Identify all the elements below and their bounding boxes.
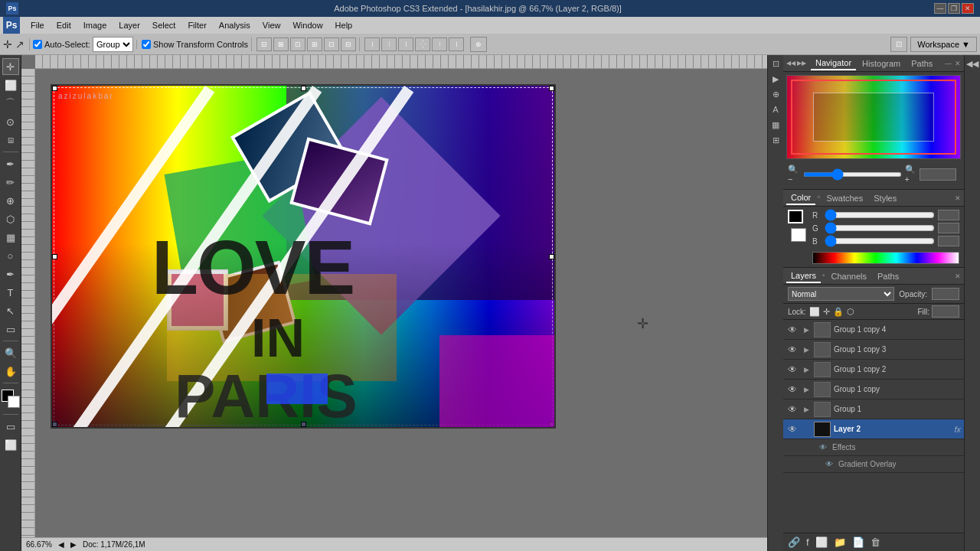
- layers-tab[interactable]: Layers: [786, 269, 821, 283]
- zoom-slider[interactable]: [803, 172, 902, 177]
- maximize-button[interactable]: ❐: [948, 3, 960, 14]
- styles-tab[interactable]: Styles: [869, 192, 901, 204]
- layer-arrow-icon-c[interactable]: ▶: [802, 385, 811, 394]
- add-mask-icon[interactable]: ⬜: [815, 536, 828, 548]
- effect-eye-icon-gradient[interactable]: 👁: [823, 460, 835, 468]
- new-layer-icon[interactable]: 📄: [852, 536, 864, 548]
- layer-vis-icon-g1[interactable]: 👁: [786, 403, 799, 416]
- photoshop-canvas[interactable]: azizulakbar LOVE: [51, 84, 556, 429]
- show-transform-checkbox[interactable]: [142, 40, 151, 49]
- panel-scroll-left[interactable]: ◀◀: [786, 60, 795, 67]
- layer-item-layer2[interactable]: 👁 Layer 2 fx: [783, 419, 964, 439]
- marquee-tool[interactable]: ⬜: [2, 77, 19, 93]
- align-right-btn[interactable]: ⊡: [290, 37, 305, 51]
- layer-arrow-icon-2[interactable]: ▶: [802, 365, 811, 374]
- dist-left-btn[interactable]: ⁞: [364, 37, 380, 51]
- channels-tab[interactable]: Channels: [827, 270, 871, 282]
- change-screen-btn[interactable]: ⬜: [2, 436, 19, 453]
- zoom-out-icon[interactable]: 🔍−: [788, 165, 800, 184]
- histogram-tab[interactable]: Histogram: [858, 57, 905, 70]
- menu-view[interactable]: View: [256, 19, 287, 31]
- effect-item-effects[interactable]: 👁 Effects: [783, 439, 964, 456]
- screen-mode-btn[interactable]: ⊡: [890, 37, 907, 52]
- layer-vis-icon-2[interactable]: 👁: [786, 364, 799, 376]
- color-swatch[interactable]: [2, 390, 20, 408]
- opacity-input[interactable]: 100%: [932, 288, 959, 300]
- panel-tool-3[interactable]: ⊕: [769, 87, 782, 101]
- clone-tool[interactable]: ⊕: [2, 192, 19, 209]
- workspace-button[interactable]: Workspace ▼: [910, 37, 977, 52]
- hand-tool[interactable]: ✋: [2, 363, 19, 380]
- brush-tool[interactable]: ✏: [2, 174, 19, 191]
- layer-vis-icon-c[interactable]: 👁: [786, 383, 799, 396]
- fill-input[interactable]: 100%: [932, 305, 959, 318]
- fg-color-swatch[interactable]: [788, 210, 803, 223]
- align-left-btn[interactable]: ⊟: [256, 37, 272, 51]
- panel-tool-6[interactable]: ⊞: [769, 133, 782, 147]
- panel-tool-5[interactable]: ▦: [769, 118, 782, 132]
- b-slider[interactable]: [825, 238, 935, 244]
- lock-alpha-icon[interactable]: ⬡: [847, 307, 854, 317]
- lasso-tool[interactable]: ⌒: [2, 95, 19, 112]
- g-slider[interactable]: [825, 225, 935, 231]
- screen-mode-icon[interactable]: ▭: [2, 418, 19, 435]
- b-value[interactable]: 0: [938, 236, 959, 246]
- swatches-tab[interactable]: Swatches: [822, 192, 868, 204]
- bg-color-swatch[interactable]: [791, 228, 806, 242]
- layer-item-group1copy3[interactable]: 👁 ▶ Group 1 copy 3: [783, 340, 964, 360]
- color-spectrum[interactable]: [812, 252, 959, 264]
- pen-tool[interactable]: ✒: [2, 266, 19, 282]
- menu-select[interactable]: Select: [146, 19, 182, 31]
- menu-window[interactable]: Window: [286, 19, 328, 31]
- lock-pixels-icon[interactable]: ⬜: [809, 307, 820, 317]
- layers-panel-close[interactable]: ✕: [955, 272, 961, 280]
- panel-tool-1[interactable]: ⊡: [769, 57, 782, 70]
- shape-tool[interactable]: ▭: [2, 321, 19, 337]
- dodge-tool[interactable]: ○: [2, 247, 19, 264]
- layer-item-group1copy[interactable]: 👁 ▶ Group 1 copy: [783, 380, 964, 399]
- path-select-tool[interactable]: ↖: [2, 302, 19, 319]
- layer-vis-icon[interactable]: 👁: [786, 324, 799, 336]
- quick-select-tool[interactable]: ⊙: [2, 113, 19, 130]
- align-bottom-btn[interactable]: ⊟: [341, 37, 356, 51]
- close-button[interactable]: ✕: [962, 3, 974, 14]
- align-top-btn[interactable]: ⊞: [307, 37, 322, 51]
- layer-arrow-icon-3[interactable]: ▶: [802, 345, 811, 354]
- dist-bottom-btn[interactable]: ⁞: [449, 37, 464, 51]
- layer-arrow-icon-g1[interactable]: ▶: [802, 405, 811, 414]
- layer-vis-icon-l2[interactable]: 👁: [786, 423, 799, 435]
- layer-arrow-icon-l2[interactable]: [802, 425, 811, 434]
- delete-layer-icon[interactable]: 🗑: [871, 536, 880, 548]
- layer-arrow-icon[interactable]: ▶: [802, 325, 811, 334]
- navigator-tab[interactable]: Navigator: [811, 57, 856, 70]
- menu-layer[interactable]: Layer: [113, 19, 146, 31]
- menu-file[interactable]: File: [24, 19, 51, 31]
- navigator-panel-minimize[interactable]: —: [945, 60, 952, 67]
- link-layers-icon[interactable]: 🔗: [788, 536, 800, 548]
- background-color[interactable]: [8, 396, 20, 408]
- r-slider[interactable]: [825, 212, 935, 218]
- move-tool[interactable]: ✛: [2, 58, 19, 75]
- r-value[interactable]: 0: [938, 210, 959, 220]
- auto-align-btn[interactable]: ⊕: [470, 37, 487, 52]
- blend-mode-select[interactable]: Normal Dissolve Multiply Screen Overlay: [788, 287, 894, 301]
- lock-all-icon[interactable]: 🔒: [833, 307, 844, 317]
- panel-scroll-right[interactable]: ▶▶: [797, 60, 806, 67]
- dist-middle-btn[interactable]: ⁝: [432, 37, 447, 51]
- g-value[interactable]: 0: [938, 223, 959, 233]
- crop-tool[interactable]: ⧆: [2, 132, 19, 148]
- paths-tab[interactable]: Paths: [873, 270, 903, 282]
- status-arrow-right[interactable]: ▶: [70, 540, 77, 549]
- menu-edit[interactable]: Edit: [51, 19, 77, 31]
- panel-tool-4[interactable]: A: [769, 103, 782, 116]
- zoom-in-icon[interactable]: 🔍+: [905, 165, 917, 184]
- effect-item-gradient[interactable]: 👁 Gradient Overlay: [783, 456, 964, 473]
- color-panel-close[interactable]: ✕: [955, 194, 961, 202]
- dist-top-btn[interactable]: ⁛: [415, 37, 430, 51]
- zoom-input[interactable]: 66.67%: [920, 168, 956, 181]
- effect-eye-icon[interactable]: 👁: [817, 443, 829, 452]
- auto-select-checkbox[interactable]: [33, 40, 42, 49]
- color-tab[interactable]: Color: [786, 191, 815, 205]
- menu-image[interactable]: Image: [77, 19, 113, 31]
- dist-right-btn[interactable]: ⁞: [398, 37, 413, 51]
